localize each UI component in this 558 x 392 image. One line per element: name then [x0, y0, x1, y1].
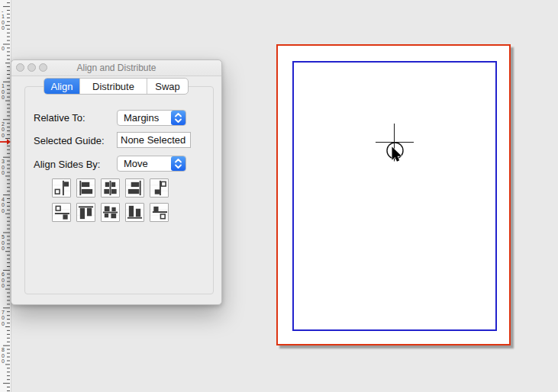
margin-guides: [292, 61, 497, 331]
selected-guide-field[interactable]: None Selected: [117, 132, 191, 148]
align-top-edges-button[interactable]: [76, 203, 95, 222]
ruler-label: 2 0 0: [2, 121, 5, 139]
align-distribute-panel: Align and Distribute Align Distribute Sw…: [11, 59, 222, 305]
align-top-edges-icon: [77, 204, 95, 221]
popup-chevrons-icon: [171, 156, 185, 171]
align-horizontal-centers-icon: [102, 179, 119, 197]
align-bottom-sides-to-guide-button[interactable]: [150, 203, 169, 222]
panel-titlebar[interactable]: Align and Distribute: [11, 60, 221, 76]
crosshair-and-cursor: [359, 114, 427, 172]
relative-to-label: Relative To:: [34, 112, 85, 124]
tab-bar: Align Distribute Swap: [44, 78, 189, 95]
tab-distribute[interactable]: Distribute: [79, 79, 147, 94]
align-right-sides-to-guide-button[interactable]: [150, 178, 169, 198]
align-vertical-centers-icon: [102, 204, 119, 221]
document-page[interactable]: [276, 44, 511, 345]
align-horizontal-centers-button[interactable]: [101, 178, 120, 198]
relative-to-value: Margins: [124, 112, 159, 124]
selected-guide-value: None Selected: [121, 134, 185, 146]
ruler-label: 4 0 0: [2, 197, 5, 214]
align-sides-by-label: Align Sides By:: [34, 159, 100, 170]
align-left-edges-icon: [77, 179, 95, 197]
align-vertical-centers-button[interactable]: [101, 203, 120, 222]
align-right-edges-icon: [126, 179, 144, 197]
ruler-position-marker-icon: [0, 138, 11, 146]
align-top-sides-to-guide-button[interactable]: [52, 203, 71, 222]
ruler-label: 7 0 0: [2, 310, 5, 327]
tab-align[interactable]: Align: [44, 79, 79, 94]
ruler-label: 6 0 0: [2, 272, 5, 289]
popup-chevrons-icon: [171, 111, 185, 125]
ruler-label: 8 0 0: [2, 347, 5, 365]
ruler-label: 1 0 0: [2, 83, 5, 101]
ruler-label: - 1 0 0: [2, 8, 5, 31]
align-sides-by-popup[interactable]: Move: [117, 156, 186, 172]
align-bottom-edges-icon: [126, 204, 144, 221]
align-right-sides-to-guide-icon: [150, 179, 168, 197]
relative-to-popup[interactable]: Margins: [117, 110, 186, 126]
align-left-edges-button[interactable]: [76, 178, 95, 198]
app-workspace: - 1 0 001 0 02 0 03 0 04 0 05 0 06 0 07 …: [0, 0, 558, 392]
panel-title: Align and Distribute: [11, 63, 221, 73]
ruler-label: 3 0 0: [2, 159, 5, 176]
ruler-label: 5 0 0: [2, 234, 5, 252]
align-bottom-edges-button[interactable]: [125, 203, 144, 222]
tab-swap[interactable]: Swap: [147, 79, 188, 94]
align-sides-by-value: Move: [124, 158, 148, 169]
arrow-cursor-icon: [392, 147, 402, 162]
align-left-sides-to-guide-button[interactable]: [52, 178, 71, 198]
align-left-sides-to-guide-icon: [53, 179, 70, 197]
ruler-label: 0: [2, 46, 5, 52]
selected-guide-label: Selected Guide:: [34, 135, 105, 146]
align-top-sides-to-guide-icon: [53, 204, 70, 221]
align-bottom-sides-to-guide-icon: [150, 204, 168, 221]
align-right-edges-button[interactable]: [125, 178, 144, 198]
vertical-ruler: - 1 0 001 0 02 0 03 0 04 0 05 0 06 0 07 …: [0, 0, 11, 392]
